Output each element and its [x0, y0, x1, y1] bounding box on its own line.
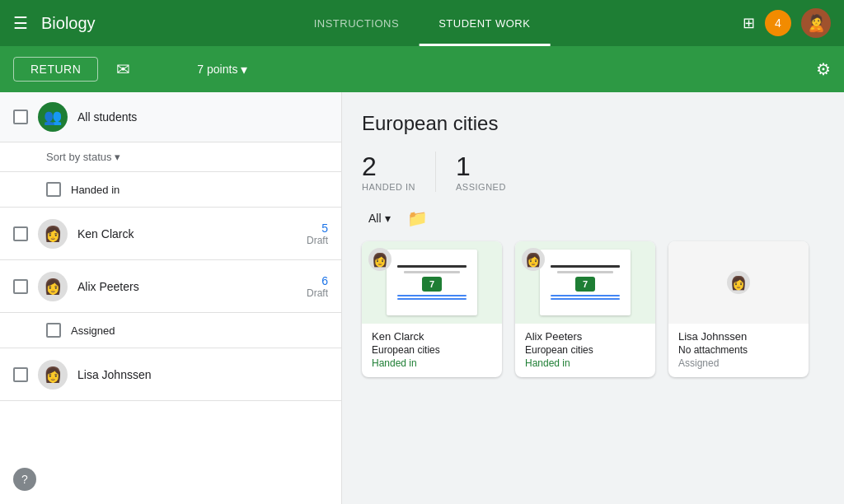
filter-all-dropdown[interactable]: All ▾: [362, 208, 397, 228]
alix-name: Alix Peeters: [77, 280, 297, 293]
left-panel: 👥 All students Sort by status ▾ Handed i…: [0, 92, 342, 504]
card-lisa-info: Lisa Johnssen No attachments Assigned: [668, 324, 809, 377]
handed-in-checkbox[interactable]: [46, 182, 61, 197]
ken-checkbox[interactable]: [13, 226, 28, 241]
card-lisa[interactable]: 👩 Lisa Johnssen No attachments Assigned: [668, 241, 809, 377]
app-title: Biology: [41, 14, 96, 33]
ken-name: Ken Clarck: [77, 227, 297, 240]
header-right-icons: ⊞ 4 🙎: [743, 8, 831, 38]
card-alix[interactable]: 👩 7 Alix Peeters European cities Ha: [515, 241, 655, 377]
assigned-checkbox[interactable]: [46, 323, 61, 338]
assignment-title: European cities: [362, 112, 824, 135]
doc-badge: 7: [575, 277, 595, 292]
alix-avatar: 👩: [38, 272, 68, 301]
lisa-avatar: 👩: [38, 360, 68, 390]
card-lisa-avatar: 👩: [727, 271, 750, 294]
doc-line-1: [397, 265, 466, 268]
ken-grade: 5 Draft: [307, 222, 328, 246]
top-navigation: ☰ Biology INSTRUCTIONS STUDENT WORK ⊞ 4 …: [0, 0, 844, 46]
nav-tabs: INSTRUCTIONS STUDENT WORK: [294, 0, 551, 46]
card-lisa-name: Lisa Johnssen: [678, 330, 799, 343]
doc-line-2: [404, 271, 461, 273]
student-row-alix[interactable]: 👩 Alix Peeters 6 Draft: [0, 260, 341, 313]
sort-dropdown-arrow: ▾: [115, 151, 120, 163]
card-ken[interactable]: 👩 7 Ken Clarck European cities Hand: [362, 241, 502, 377]
stats-row: 2 HANDED IN 1 ASSIGNED: [362, 152, 824, 192]
stat-assigned: 1 ASSIGNED: [456, 152, 526, 192]
all-students-checkbox[interactable]: [13, 110, 28, 124]
avatar[interactable]: 🙎: [801, 8, 831, 38]
student-row-lisa[interactable]: 👩 Lisa Johnssen: [0, 348, 341, 401]
doc-line-1: [551, 265, 619, 268]
ken-avatar: 👩: [38, 219, 68, 249]
return-button[interactable]: RETURN: [13, 57, 98, 82]
card-alix-preview: 👩 7: [515, 241, 655, 324]
doc-line-sm-2: [551, 298, 619, 300]
sort-dropdown[interactable]: Sort by status ▾: [46, 151, 120, 163]
card-ken-preview: 👩 7: [362, 241, 502, 324]
doc-line-2: [557, 271, 614, 273]
lisa-name: Lisa Johnssen: [77, 368, 318, 381]
card-alix-avatar: 👩: [522, 248, 545, 271]
student-row-ken[interactable]: 👩 Ken Clarck 5 Draft: [0, 208, 341, 260]
section-header-handed-in: Handed in: [0, 172, 341, 208]
alix-grade: 6 Draft: [307, 274, 328, 299]
handed-in-label: Handed in: [71, 184, 120, 196]
lisa-checkbox[interactable]: [13, 367, 28, 382]
notification-badge[interactable]: 4: [765, 10, 791, 36]
card-alix-assignment: European cities: [525, 344, 645, 356]
grid-icon[interactable]: ⊞: [743, 14, 755, 32]
all-students-row[interactable]: 👥 All students: [0, 92, 341, 142]
cards-grid: 👩 7 Ken Clarck European cities Hand: [362, 241, 824, 377]
tab-student-work[interactable]: STUDENT WORK: [419, 0, 550, 46]
menu-icon[interactable]: ☰: [13, 13, 28, 33]
doc-badge: 7: [422, 277, 442, 292]
assigned-label: Assigned: [71, 324, 115, 337]
doc-lines-bottom: [397, 295, 466, 300]
card-alix-doc: 7: [540, 250, 631, 315]
doc-lines-bottom: [551, 295, 619, 300]
card-alix-name: Alix Peeters: [525, 330, 645, 343]
points-dropdown[interactable]: 7 points ▾: [197, 62, 247, 77]
card-ken-avatar: 👩: [368, 248, 392, 271]
folder-icon[interactable]: 📁: [407, 208, 428, 228]
filter-dropdown-arrow: ▾: [385, 212, 391, 225]
card-alix-status: Handed in: [525, 357, 645, 369]
sort-row: Sort by status ▾: [0, 142, 341, 172]
card-alix-info: Alix Peeters European cities Handed in: [515, 324, 655, 377]
filter-row: All ▾ 📁: [362, 208, 824, 228]
all-students-label: All students: [77, 110, 137, 124]
points-dropdown-arrow: ▾: [241, 62, 247, 77]
tab-instructions[interactable]: INSTRUCTIONS: [294, 0, 420, 46]
doc-line-sm-2: [397, 298, 466, 300]
doc-line-sm-1: [551, 295, 619, 296]
card-ken-name: Ken Clarck: [372, 330, 492, 343]
email-button[interactable]: ✉: [108, 54, 138, 84]
settings-icon[interactable]: ⚙: [816, 59, 831, 79]
card-lisa-preview: 👩: [668, 241, 809, 324]
toolbar: RETURN ✉ 7 points ▾ ⚙: [0, 46, 844, 92]
alix-checkbox[interactable]: [13, 279, 28, 294]
stat-handed-in: 2 HANDED IN: [362, 152, 436, 192]
right-panel: European cities 2 HANDED IN 1 ASSIGNED A…: [342, 92, 844, 504]
card-ken-info: Ken Clarck European cities Handed in: [362, 324, 502, 377]
main-layout: 👥 All students Sort by status ▾ Handed i…: [0, 92, 844, 504]
card-lisa-no-attachments: No attachments: [678, 344, 799, 356]
card-lisa-status: Assigned: [678, 357, 799, 369]
card-ken-doc: 7: [387, 250, 477, 315]
help-button[interactable]: ?: [13, 468, 36, 491]
section-header-assigned: Assigned: [0, 313, 341, 348]
doc-line-sm-1: [397, 295, 466, 296]
card-ken-assignment: European cities: [372, 344, 492, 356]
group-icon: 👥: [38, 102, 68, 132]
card-ken-status: Handed in: [372, 357, 492, 369]
